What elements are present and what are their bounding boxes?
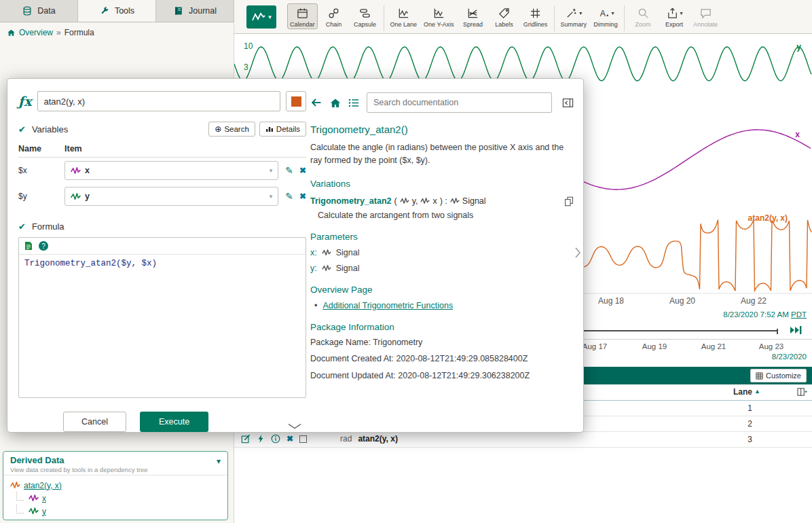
toolbar-capsule[interactable]: Capsule bbox=[350, 3, 380, 29]
edit-variable-icon[interactable]: ✎ bbox=[285, 165, 293, 176]
tab-tools-label: Tools bbox=[115, 6, 134, 16]
customize-button[interactable]: Customize bbox=[750, 369, 807, 382]
tab-tools[interactable]: Tools bbox=[78, 0, 156, 22]
toolbar-zoom[interactable]: Zoom bbox=[628, 3, 658, 29]
journal-icon bbox=[173, 5, 184, 16]
dock-panel-icon[interactable] bbox=[562, 98, 574, 108]
formula-section-label: Formula bbox=[32, 221, 64, 232]
overview-link-item: • Additional Trigonometric Functions bbox=[310, 301, 574, 310]
svg-text:A: A bbox=[599, 9, 606, 18]
tree-elbow bbox=[16, 492, 24, 501]
item-select-x[interactable]: x ▾ bbox=[64, 161, 278, 180]
remove-variable-icon[interactable]: ✖ bbox=[299, 166, 306, 175]
trig-functions-link[interactable]: Additional Trigonometric Functions bbox=[322, 301, 453, 310]
signal-name[interactable]: atan2(y, x) bbox=[358, 434, 397, 444]
breadcrumb-overview-link[interactable]: Overview bbox=[19, 28, 53, 37]
toolbar-export[interactable]: ▾ Export bbox=[659, 3, 689, 29]
item-select-y[interactable]: y ▾ bbox=[64, 187, 278, 206]
dependency-tree: atan2(y, x) x y bbox=[3, 475, 227, 521]
tree-item-y[interactable]: y bbox=[10, 505, 221, 518]
trend-view-button[interactable]: ▾ bbox=[246, 5, 276, 29]
doc-title: Trigonometry_atan2() bbox=[310, 124, 574, 135]
toolbar-chain[interactable]: Chain bbox=[319, 3, 349, 29]
tab-journal[interactable]: Journal bbox=[156, 0, 234, 22]
formula-code[interactable]: Trigonometry_atan2($y, $x) bbox=[19, 255, 306, 272]
variable-name: $y bbox=[18, 192, 64, 201]
timezone-label[interactable]: PDT bbox=[791, 310, 807, 319]
formula-name-input[interactable] bbox=[37, 91, 280, 111]
range-handle-icon[interactable] bbox=[789, 325, 802, 335]
toolbar-spread[interactable]: Spread bbox=[458, 3, 488, 29]
time-range-selector[interactable] bbox=[577, 330, 778, 331]
database-icon bbox=[22, 5, 33, 16]
home-icon[interactable] bbox=[330, 98, 341, 108]
signal-uom: rad bbox=[340, 434, 352, 444]
back-icon[interactable] bbox=[310, 97, 322, 108]
timebar-end-date: 8/23/2020 bbox=[772, 353, 807, 361]
chevron-down-icon: ▾ bbox=[268, 14, 272, 20]
lane-value: 2 bbox=[748, 419, 752, 429]
tree-item-x[interactable]: x bbox=[10, 492, 221, 505]
check-icon: ✔ bbox=[18, 221, 26, 232]
labels-icon bbox=[498, 7, 511, 20]
grid-icon bbox=[756, 372, 763, 380]
tree-item-link[interactable]: y bbox=[42, 507, 46, 516]
tab-data[interactable]: Data bbox=[0, 0, 78, 22]
toolbar-annotate[interactable]: Annotate bbox=[690, 3, 720, 29]
details-button[interactable]: Details bbox=[259, 122, 306, 137]
export-icon bbox=[666, 7, 679, 20]
cancel-button[interactable]: Cancel bbox=[63, 412, 126, 432]
search-items-button[interactable]: ⊕ Search bbox=[208, 122, 255, 137]
row-checkbox[interactable] bbox=[299, 435, 307, 443]
fx-icon: ƒx bbox=[18, 94, 32, 109]
toolbar-one-lane[interactable]: One Lane bbox=[388, 3, 420, 29]
index-list-icon[interactable] bbox=[348, 98, 359, 108]
formula-tool-modal: ƒx ✔ Variables ⊕ Search Details bbox=[7, 78, 584, 433]
tree-item-link[interactable]: atan2(y, x) bbox=[24, 481, 62, 490]
document-icon[interactable] bbox=[24, 241, 33, 251]
signal-icon bbox=[10, 482, 20, 489]
toolbar-gridlines[interactable]: Gridlines bbox=[521, 3, 551, 29]
variations-heading: Variations bbox=[310, 179, 574, 189]
toolbar-summary[interactable]: ▾ Summary bbox=[558, 3, 590, 29]
remove-variable-icon[interactable]: ✖ bbox=[299, 192, 306, 201]
timebar-tick: Aug 23 bbox=[756, 342, 787, 350]
item-column-header: Item bbox=[64, 144, 82, 154]
edit-variable-icon[interactable]: ✎ bbox=[285, 191, 293, 202]
collapse-modal-chevron[interactable] bbox=[287, 422, 302, 431]
toolbar-calendar[interactable]: Calendar bbox=[287, 3, 318, 29]
copy-icon[interactable] bbox=[564, 196, 574, 206]
column-settings-icon[interactable] bbox=[797, 387, 807, 397]
one-y-axis-icon bbox=[432, 7, 445, 20]
toolbar-dimming[interactable]: A▾ Dimming bbox=[591, 3, 621, 29]
tree-item-link[interactable]: x bbox=[42, 494, 46, 503]
signal-icon bbox=[322, 249, 331, 256]
info-icon[interactable] bbox=[271, 434, 280, 444]
collapse-chevron-icon[interactable]: ▾ bbox=[217, 456, 221, 466]
execute-button[interactable]: Execute bbox=[140, 412, 208, 432]
derived-data-title: Derived Data bbox=[10, 455, 221, 465]
table-row[interactable]: 3 ✖ rad atan2(y, x) bbox=[234, 432, 812, 448]
toolbar-one-y-axis[interactable]: One Y-Axis bbox=[421, 3, 457, 29]
variable-row-y: $y y ▾ ✎ ✖ bbox=[18, 183, 306, 209]
remove-icon[interactable]: ✖ bbox=[287, 434, 293, 444]
tree-item-atan2[interactable]: atan2(y, x) bbox=[10, 479, 221, 492]
x-axis-tick: Aug 20 bbox=[662, 296, 703, 306]
chart-icon bbox=[265, 126, 274, 132]
docs-search-input[interactable] bbox=[367, 92, 552, 113]
series-y-wave bbox=[234, 47, 811, 81]
help-icon[interactable]: ? bbox=[39, 241, 48, 251]
toolbar-labels[interactable]: Labels bbox=[490, 3, 519, 29]
docs-expand-chevron[interactable] bbox=[575, 247, 580, 260]
summary-icon bbox=[565, 7, 578, 20]
color-swatch-button[interactable] bbox=[286, 91, 306, 111]
timebar-tick: Aug 21 bbox=[698, 342, 729, 350]
trend-icon bbox=[251, 12, 266, 22]
breadcrumb-separator: » bbox=[56, 28, 61, 37]
lane-column-header[interactable]: Lane bbox=[733, 387, 752, 397]
chevron-down-icon: ▾ bbox=[270, 193, 273, 200]
check-icon: ✔ bbox=[18, 124, 26, 134]
formula-editor[interactable]: ? Trigonometry_atan2($y, $x) bbox=[18, 237, 306, 398]
lightning-icon[interactable] bbox=[257, 434, 265, 444]
edit-icon[interactable] bbox=[241, 434, 251, 444]
